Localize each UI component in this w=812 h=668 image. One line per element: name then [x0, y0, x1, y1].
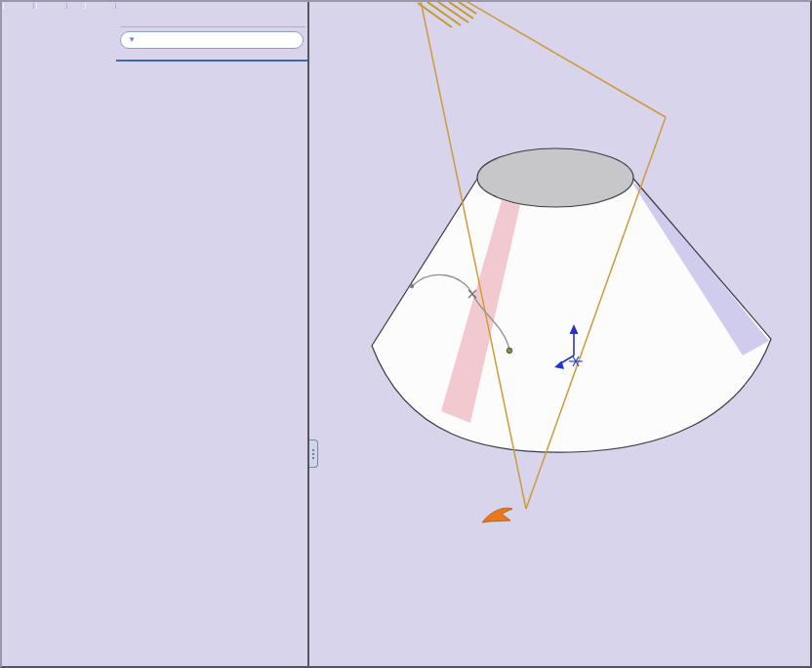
toolbar-column-standard — [3, 3, 34, 9]
feature-manager-panel: ▼ — [116, 2, 309, 668]
toolbar-column-features — [36, 3, 67, 9]
spline-endpoint-end[interactable] — [507, 348, 512, 354]
graphics-viewport[interactable] — [309, 2, 812, 668]
cone-top-face — [477, 148, 633, 207]
panel-tabs — [120, 5, 305, 27]
feature-tree — [120, 52, 305, 55]
filter-funnel-icon: ▼ — [128, 36, 136, 44]
spline-endpoint-start[interactable] — [410, 284, 414, 288]
panel-splitter-grip[interactable] — [309, 439, 318, 468]
model-scene — [309, 2, 812, 668]
filter-row: ▼ — [120, 27, 305, 52]
filter-input[interactable]: ▼ — [120, 31, 304, 49]
tree-splitter[interactable] — [116, 60, 307, 62]
orange-arrow-icon — [482, 508, 512, 522]
hatch-lines — [418, 2, 476, 27]
cone-body-fill — [372, 179, 771, 452]
app-window: ▼ — [0, 0, 812, 668]
toolbar-column-sketch — [85, 3, 116, 9]
